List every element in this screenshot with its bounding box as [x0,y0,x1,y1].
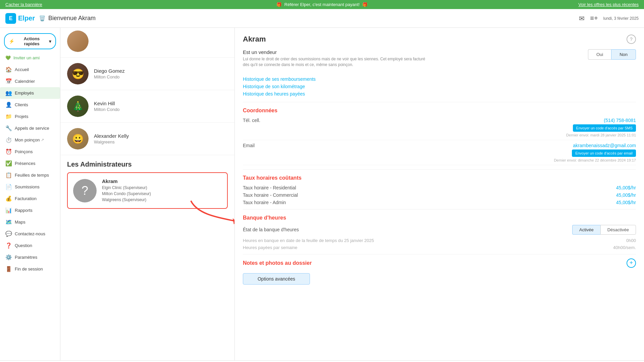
sidebar-item-soumissions[interactable]: 📄 Soumissions [0,181,60,193]
menu-icon[interactable]: ≡+ [590,14,598,22]
add-note-button[interactable]: + [627,258,636,268]
vendor-toggle-group: Oui Non [588,49,636,60]
employee-item-alexander[interactable]: 😀 Alexander Kelly Walgreens [60,123,234,155]
coord-row-tel: Tél. cell. (514) 758-8081 Envoyer un cod… [243,118,636,140]
help-icon[interactable]: ? [627,35,636,44]
coord-right-tel: (514) 758-8081 Envoyer un code d'accès p… [566,118,636,137]
vendor-label: Est un vendeur [243,49,431,55]
sidebar-item-label: Appels de service [15,126,49,131]
banque-desactivee-button[interactable]: Désactivée [600,225,636,235]
heures-payees-row: Heures payées par semaine 40h00/sem. [243,245,636,250]
invite-ami-label: Inviter un ami [13,55,40,60]
sidebar-item-poincons[interactable]: ⏰ Poinçons [0,146,60,158]
banque-toggle-group: Activée Désactivée [572,225,636,235]
send-sms-button[interactable]: Envoyer un code d'accès par SMS [573,124,636,132]
home-icon: 🏠 [5,66,12,73]
mail-icon[interactable]: ✉ [579,14,585,22]
taux-row-commercial: Taux horaire - Commercial 45,00$/hr [243,192,636,198]
taux-commercial-value: 45,00$/hr [616,192,636,198]
sidebar-item-question[interactable]: ❓ Question [0,240,60,251]
taux-row-residential: Taux horaire - Residential 45,00$/hr [243,185,636,190]
admin-name: Akram [102,178,151,184]
projets-icon: 📁 [5,113,12,120]
sidebar-item-label: Employés [15,90,34,96]
sidebar-item-label: Question [15,243,32,248]
sidebar-item-label: Fin de session [15,266,43,272]
history-remboursements-link[interactable]: Historique de ses remboursements [243,76,636,82]
taux-commercial-label: Taux horaire - Commercial [243,192,298,198]
sidebar-item-presences[interactable]: ✅ Présences [0,158,60,169]
admin-card-akram[interactable]: ? Akram Elgin Clinic (Superviseur) Milto… [67,172,228,209]
taux-residential-label: Taux horaire - Residential [243,185,296,190]
sidebar-item-invite-ami[interactable]: 💚 Inviter un ami [0,53,60,62]
sidebar-item-label: Projets [15,114,28,119]
sidebar-item-parametres[interactable]: ⚙️ Paramètres [0,251,60,263]
employee-item-kevin[interactable]: 🎄 Kevin Hill Milton Condo [60,90,234,123]
sidebar-item-label: Clients [15,102,28,107]
divider-4 [243,254,636,254]
banner-text: Référer Elper, c'est maintenant payant! [284,2,360,7]
email-label: Email [243,143,255,148]
presences-icon: ✅ [5,160,12,167]
taux-row-admin: Taux horaire - Admin 45,00$/hr [243,200,636,205]
sidebar-item-feuilles[interactable]: 📋 Feuilles de temps [0,169,60,181]
sidebar-item-calendrier[interactable]: 📅 Calendrier [0,75,60,87]
sidebar-item-label: Calendrier [15,79,35,84]
bottom-bar: guidde. Made with guidde.com [0,360,644,362]
divider-2 [243,169,636,170]
vendor-desc: Lui donne le droit de créer des soumissi… [243,56,431,68]
last-email-text: Dernier envoi: dimanche 22 décembre 2024… [554,158,636,162]
sidebar-item-facturation[interactable]: 💰 Facturation [0,193,60,204]
see-offers-link[interactable]: Voir les offres les plus récentes [578,2,639,7]
sidebar-item-contact[interactable]: 💬 Contactez-nous [0,228,60,240]
facturation-icon: 💰 [5,195,12,202]
detail-header: Akram ? [243,35,636,44]
hide-banner-link[interactable]: Cacher la bannière [5,2,42,7]
feuilles-icon: 📋 [5,172,12,178]
app-body: ⚡ Actions rapides ▾ 💚 Inviter un ami 🏠 A… [0,28,644,360]
sidebar-item-appels[interactable]: 🔧 Appels de service [0,122,60,134]
heures-payees-value: 40h00/sem. [613,245,636,250]
employee-item-diego[interactable]: 😎 Diego Gomez Milton Condo [60,58,234,90]
sidebar-item-clients[interactable]: 👤 Clients [0,99,60,111]
logo[interactable]: E Elper [5,13,35,24]
tel-label: Tél. cell. [243,118,260,123]
admin-role: Elgin Clinic (Superviseur) Milton Condo … [102,185,151,203]
sidebar-item-accueil[interactable]: 🏠 Accueil [0,64,60,75]
sidebar-item-projets[interactable]: 📁 Projets [0,111,60,122]
sidebar-item-rapports[interactable]: 📊 Rapports [0,204,60,216]
sidebar-item-label: Maps [15,220,25,225]
actions-rapides-button[interactable]: ⚡ Actions rapides ▾ [4,33,56,49]
header-right: ✉ ≡+ lundi, 3 février 2025 [579,14,639,22]
send-email-button[interactable]: Envoyer un code d'accès par email [572,149,636,157]
sidebar: ⚡ Actions rapides ▾ 💚 Inviter un ami 🏠 A… [0,28,60,360]
vendor-non-button[interactable]: Non [611,49,636,60]
history-links: Historique de ses remboursements Histori… [243,76,636,97]
coord-right-email: akrambenaissadz@gmail.com Envoyer un cod… [554,143,636,162]
sidebar-item-fin-session[interactable]: 🚪 Fin de session [0,263,60,275]
sidebar-item-employes[interactable]: 👥 Employés [0,87,60,99]
history-kilometrage-link[interactable]: Historique de son kilométrage [243,84,636,89]
heures-payees-label: Heures payées par semaine [243,245,298,250]
sidebar-item-label: Présences [15,161,35,166]
main-wrapper: 😎 Diego Gomez Milton Condo 🎄 Kevin Hill … [60,28,644,360]
vendor-oui-button[interactable]: Oui [588,49,611,60]
taux-residential-value: 45,00$/hr [616,185,636,190]
detail-panel: Akram ? Est un vendeur Lui donne le droi… [235,28,644,360]
options-avancees-button[interactable]: Options avancées [243,273,310,285]
employees-icon: 👥 [5,90,12,96]
email-value: akrambenaissadz@gmail.com [573,143,636,148]
header-title: 🗑️ Bienvenue Akram [39,15,96,22]
sidebar-item-poincon[interactable]: ⏱️ Mon poinçon ↗ [0,134,60,146]
coordonnees-title: Coordonnées [243,106,636,114]
contact-icon: 💬 [5,231,12,237]
banque-activee-button[interactable]: Activée [572,225,600,235]
appels-icon: 🔧 [5,125,12,131]
sidebar-item-maps[interactable]: 🗺️ Maps [0,216,60,228]
history-heures-payees-link[interactable]: Historique des heures payées [243,91,636,97]
heures-banque-row: Heures en banque en date de la feuille d… [243,238,636,243]
calendar-icon: 📅 [5,78,12,84]
employee-name: Alexander Kelly [94,133,129,139]
sidebar-item-label: Rapports [15,208,33,213]
employee-avatar-alexander: 😀 [67,128,89,149]
